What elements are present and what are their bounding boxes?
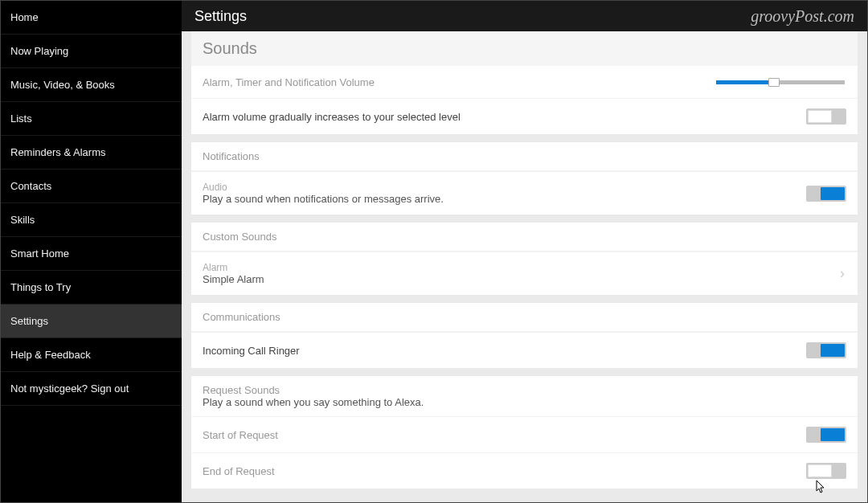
header: Settings groovyPost.com (182, 1, 867, 31)
volume-row: Alarm, Timer and Notification Volume (191, 66, 858, 98)
sounds-title: Sounds (191, 31, 858, 66)
page-title: Settings (194, 8, 247, 25)
alarm-label: Alarm (203, 262, 833, 273)
volume-gradual-label: Alarm volume gradually increases to your… (203, 111, 806, 123)
incoming-ringer-row: Incoming Call Ringer (191, 332, 858, 368)
end-request-toggle[interactable] (806, 463, 846, 479)
sidebar-item-music-video-books[interactable]: Music, Video, & Books (1, 68, 182, 102)
end-request-row: End of Request (191, 452, 858, 489)
sidebar-item-help-feedback[interactable]: Help & Feedback (1, 338, 182, 372)
start-request-row: Start of Request (191, 416, 858, 452)
alarm-row[interactable]: Alarm Simple Alarm › (191, 251, 858, 295)
audio-notifications-toggle[interactable] (806, 186, 846, 202)
sidebar-item-now-playing[interactable]: Now Playing (1, 35, 182, 68)
sidebar-item-reminders-alarms[interactable]: Reminders & Alarms (1, 136, 182, 170)
sidebar-item-sign-out[interactable]: Not mysticgeek? Sign out (1, 372, 182, 406)
incoming-ringer-toggle[interactable] (806, 342, 846, 358)
chevron-right-icon: › (840, 265, 845, 282)
volume-label: Alarm, Timer and Notification Volume (203, 76, 716, 88)
sidebar-item-lists[interactable]: Lists (1, 102, 182, 136)
end-request-label: End of Request (203, 465, 806, 477)
sidebar-item-settings[interactable]: Settings (1, 305, 182, 338)
sidebar-item-smart-home[interactable]: Smart Home (1, 237, 182, 271)
sidebar-item-home[interactable]: Home (1, 1, 182, 35)
alarm-value: Simple Alarm (203, 273, 833, 285)
request-sounds-desc: Play a sound when you say something to A… (203, 396, 846, 408)
content: Sounds Alarm, Timer and Notification Vol… (182, 31, 867, 502)
watermark: groovyPost.com (751, 7, 854, 26)
sidebar-item-things-to-try[interactable]: Things to Try (1, 271, 182, 305)
incoming-ringer-label: Incoming Call Ringer (203, 345, 806, 357)
audio-notifications-row: Audio Play a sound when notifications or… (191, 171, 858, 215)
volume-gradual-row: Alarm volume gradually increases to your… (191, 98, 858, 134)
sidebar-item-contacts[interactable]: Contacts (1, 170, 182, 203)
sidebar: Home Now Playing Music, Video, & Books L… (1, 1, 182, 502)
volume-gradual-toggle[interactable] (806, 108, 846, 125)
start-request-label: Start of Request (203, 429, 806, 441)
request-sounds-header: Request Sounds (203, 384, 846, 396)
volume-slider[interactable] (716, 80, 845, 84)
sidebar-item-skills[interactable]: Skills (1, 203, 182, 237)
custom-sounds-header: Custom Sounds (191, 223, 858, 251)
main: Settings groovyPost.com Sounds Alarm, Ti… (182, 1, 867, 502)
start-request-toggle[interactable] (806, 427, 846, 443)
communications-header: Communications (191, 303, 858, 332)
audio-label: Audio (203, 182, 806, 193)
audio-desc: Play a sound when notifications or messa… (203, 193, 806, 205)
notifications-header: Notifications (191, 142, 858, 171)
